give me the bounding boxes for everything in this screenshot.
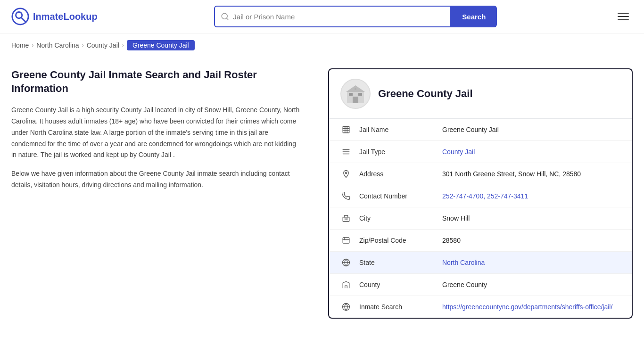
info-value-4: Snow Hill [442,214,620,222]
info-value-7: Greene County [442,281,620,288]
info-row-1: Jail TypeCounty Jail [329,141,632,163]
info-row-3: Contact Number252-747-4700, 252-747-3411 [329,185,632,207]
info-label-8: Inmate Search [359,303,435,311]
info-row-5: Zip/Postal Code28580 [329,230,632,252]
info-label-2: Address [359,170,435,178]
breadcrumb-home[interactable]: Home [11,41,29,49]
svg-rect-9 [358,93,362,96]
svg-rect-8 [349,93,353,96]
info-label-5: Zip/Postal Code [359,237,435,244]
county-icon [340,280,352,289]
info-label-6: State [359,259,435,266]
breadcrumb-sep-2: › [82,42,84,49]
info-value-0: Greene County Jail [442,126,620,133]
page-title: Greene County Jail Inmate Search and Jai… [11,68,302,95]
logo-icon [11,8,29,25]
right-column: Greene County Jail Jail NameGreene Count… [328,68,633,351]
info-card: Greene County Jail Jail NameGreene Count… [328,68,633,319]
city-icon [340,214,352,222]
svg-rect-10 [355,88,356,90]
building-icon [344,82,367,105]
svg-point-19 [345,172,347,174]
page-desc-1: Greene County Jail is a high security Co… [11,105,302,161]
info-table: Jail NameGreene County JailJail TypeCoun… [329,119,632,318]
search-area: Search [214,6,497,27]
logo-text: InmateLookup [33,11,98,22]
logo[interactable]: InmateLookup [11,8,98,25]
location-icon [340,170,352,178]
search-link-icon [340,303,352,311]
svg-rect-11 [343,126,349,133]
info-value-2: 301 North Greene Street, Snow Hill, NC, … [442,170,620,178]
site-header: InmateLookup Search [0,0,644,33]
info-label-0: Jail Name [359,126,435,133]
breadcrumb-sep-1: › [32,42,33,49]
svg-rect-7 [353,97,358,103]
info-label-4: City [359,214,435,222]
card-title: Greene County Jail [378,88,473,100]
type-icon [340,148,352,156]
search-input[interactable] [233,13,444,21]
breadcrumb-sep-3: › [122,42,124,49]
info-row-2: Address301 North Greene Street, Snow Hil… [329,163,632,185]
page-desc-2: Below we have given information about th… [11,168,302,191]
main-content: Greene County Jail Inmate Search and Jai… [0,57,644,362]
breadcrumb-type[interactable]: County Jail [87,41,119,49]
info-value-8: https://greenecountync.gov/departments/s… [442,303,620,311]
info-row-6: StateNorth Carolina [329,252,632,274]
svg-rect-24 [343,238,349,243]
breadcrumb: Home › North Carolina › County Jail › Gr… [0,33,644,57]
phone-icon [340,192,352,200]
info-value-3: 252-747-4700, 252-747-3411 [442,192,620,200]
card-header: Greene County Jail [329,69,632,119]
info-row-7: CountyGreene County [329,274,632,296]
breadcrumb-state[interactable]: North Carolina [36,41,79,49]
zip-icon [340,236,352,245]
info-row-0: Jail NameGreene County Jail [329,119,632,141]
info-row-8: Inmate Searchhttps://greenecountync.gov/… [329,296,632,318]
info-value-1: County Jail [442,148,620,156]
left-column: Greene County Jail Inmate Search and Jai… [11,68,313,351]
info-label-7: County [359,281,435,288]
search-wrapper [214,6,451,27]
info-value-5: 28580 [442,237,620,244]
hamburger-menu[interactable] [614,9,633,24]
info-label-1: Jail Type [359,148,435,156]
svg-line-2 [21,17,26,22]
breadcrumb-current: Greene County Jail [127,40,195,50]
info-value-6: North Carolina [442,259,620,266]
search-button[interactable]: Search [451,6,497,27]
info-row-4: CitySnow Hill [329,207,632,230]
jail-icon [340,125,352,134]
jail-avatar [340,79,371,109]
svg-line-4 [227,18,228,19]
search-icon [221,12,229,21]
info-label-3: Contact Number [359,192,435,200]
state-icon [340,258,352,267]
